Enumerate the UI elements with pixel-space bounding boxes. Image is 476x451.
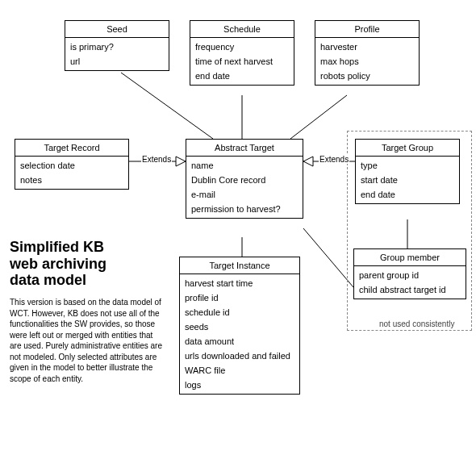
entity-attribute: max hops [320, 54, 414, 69]
entity-attribute: harvest start time [185, 276, 294, 290]
entity-attribute: selection date [20, 158, 123, 173]
diagram-description: This version is based on the data model … [10, 297, 163, 384]
entity-attribute: robots policy [320, 69, 414, 83]
entity-title: Abstract Target [186, 140, 303, 157]
entity-attribute: e-mail [191, 187, 298, 202]
entity-attribute: time of next harvest [195, 54, 289, 69]
entity-attribute: url [70, 54, 164, 69]
entity-attribute: data amount [185, 334, 294, 349]
entity-attribute: parent group id [359, 268, 461, 282]
entity-target-record: Target Record selection date notes [15, 139, 129, 190]
description-block: Simplified KB web archiving data model T… [10, 239, 163, 384]
entity-title: Target Instance [180, 257, 299, 274]
entity-attribute: profile id [185, 290, 294, 305]
entity-group-member: Group member parent group id child abstr… [353, 248, 466, 299]
entity-attribute: schedule id [185, 305, 294, 319]
entity-title: Schedule [190, 21, 294, 38]
diagram-canvas: { "chart_data": { "type": "diagram", "ti… [0, 0, 476, 451]
entity-attribute: WARC file [185, 363, 294, 378]
entity-title: Target Record [15, 140, 128, 157]
entity-target-instance: Target Instance harvest start time profi… [179, 257, 300, 395]
entity-title: Profile [315, 21, 419, 38]
entity-attribute: logs [185, 378, 294, 392]
entity-attribute: frequency [195, 40, 289, 54]
entity-attribute: start date [361, 173, 454, 187]
entity-attribute: seeds [185, 319, 294, 334]
entity-attribute: name [191, 158, 298, 173]
svg-line-2 [290, 95, 347, 139]
entity-attribute: notes [20, 173, 123, 187]
entity-title: Seed [65, 21, 169, 38]
entity-profile: Profile harvester max hops robots policy [315, 20, 420, 86]
entity-title: Target Group [356, 140, 459, 157]
diagram-title: Simplified KB web archiving data model [10, 239, 163, 289]
edge-label-extends-right: Extends [319, 155, 349, 164]
svg-line-9 [303, 228, 353, 287]
entity-attribute: harvester [320, 40, 414, 54]
svg-marker-4 [176, 157, 186, 166]
entity-attribute: child abstract target id [359, 282, 461, 297]
entity-abstract-target: Abstract Target name Dublin Core record … [186, 139, 303, 219]
group-caption: not used consistently [379, 319, 454, 328]
entity-attribute: urls downloaded and failed [185, 349, 294, 363]
svg-marker-6 [303, 157, 313, 166]
entity-target-group: Target Group type start date end date [355, 139, 460, 204]
entity-attribute: Dublin Core record [191, 173, 298, 187]
entity-attribute: permission to harvest? [191, 202, 298, 216]
edge-label-extends-left: Extends [141, 155, 172, 164]
entity-attribute: is primary? [70, 40, 164, 54]
entity-schedule: Schedule frequency time of next harvest … [190, 20, 294, 86]
entity-title: Group member [354, 249, 466, 266]
entity-attribute: type [361, 158, 454, 173]
entity-attribute: end date [195, 69, 289, 83]
entity-seed: Seed is primary? url [65, 20, 169, 71]
entity-attribute: end date [361, 187, 454, 202]
